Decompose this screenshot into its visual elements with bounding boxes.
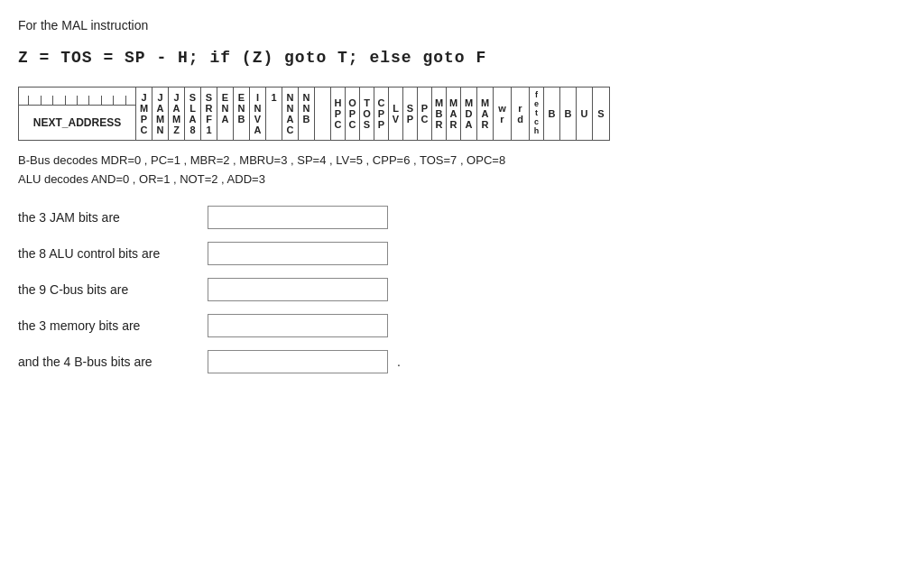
next-address-block: NEXT_ADDRESS	[19, 88, 136, 140]
mem-bits-label: the 3 memory bits are	[18, 318, 199, 333]
cell-bbus3: U	[577, 88, 593, 140]
cbus-bits-label: the 9 C-bus bits are	[18, 282, 199, 297]
cell-bbus4: S	[593, 88, 609, 140]
bbus-bits-row: and the 4 B-bus bits are .	[18, 350, 906, 373]
mem-bits-input[interactable]	[208, 314, 388, 337]
cell-mar: MAR	[447, 88, 461, 140]
cell-mm1: MDA	[461, 88, 477, 140]
alu-bits-input[interactable]	[208, 242, 388, 265]
jam-bits-input[interactable]	[208, 206, 388, 229]
jam-bits-row: the 3 JAM bits are	[18, 206, 906, 229]
cell-pc-c: PC	[418, 88, 432, 140]
cell-1: 1	[266, 88, 282, 140]
next-address-label: NEXT_ADDRESS	[19, 106, 135, 140]
answer-form: the 3 JAM bits are the 8 ALU control bit…	[18, 206, 906, 373]
cell-c-alu	[315, 88, 331, 140]
cbus-bits-input[interactable]	[208, 278, 388, 301]
cell-j3: JAMZ	[169, 88, 185, 140]
bbus-bits-label: and the 4 B-bus bits are	[18, 355, 199, 369]
cell-s1: SLA8	[185, 88, 201, 140]
cell-fetch: fetch	[530, 88, 544, 140]
mem-bits-row: the 3 memory bits are	[18, 314, 906, 337]
cell-j2: JAMN	[152, 88, 169, 140]
cell-inva: INVA	[250, 88, 266, 140]
cell-n1: NNAC	[282, 88, 299, 140]
instruction-display: Z = TOS = SP - H; if (Z) goto T; else go…	[18, 49, 906, 67]
cell-rd: rd	[512, 88, 530, 140]
alu-bits-row: the 8 ALU control bits are	[18, 242, 906, 265]
cell-bbus1: B	[544, 88, 560, 140]
tick-marks	[19, 88, 135, 106]
cell-n2: NNB	[299, 88, 315, 140]
cell-bbus2: B	[560, 88, 577, 140]
cell-s2: SRF1	[201, 88, 217, 140]
cell-tos-c: TOS	[360, 88, 374, 140]
cell-o: OPC	[346, 88, 360, 140]
cbus-bits-row: the 9 C-bus bits are	[18, 278, 906, 301]
cell-mbr: MBR	[432, 88, 447, 140]
cell-j1: JMPC	[136, 88, 152, 140]
bbus-bits-input[interactable]	[208, 350, 388, 373]
bbus-bits-suffix: .	[397, 355, 401, 369]
cell-e2: ENB	[234, 88, 250, 140]
bbus-decode: B-Bus decodes MDR=0 , PC=1 , MBR=2 , MBR…	[18, 152, 906, 170]
cell-mm2: MAR	[477, 88, 494, 140]
cell-cpp: CPP	[374, 88, 389, 140]
microinstruction-diagram: NEXT_ADDRESS JMPC JAMN JAMZ SLA8 SRF1 EN…	[18, 87, 610, 141]
alu-bits-label: the 8 ALU control bits are	[18, 246, 199, 261]
subtitle: For the MAL instruction	[18, 18, 906, 32]
decode-info: B-Bus decodes MDR=0 , PC=1 , MBR=2 , MBR…	[18, 152, 906, 189]
jam-bits-label: the 3 JAM bits are	[18, 210, 199, 225]
alu-decode: ALU decodes AND=0 , OR=1 , NOT=2 , ADD=3	[18, 170, 906, 189]
cell-h: HPC	[331, 88, 346, 140]
cell-wr: wr	[494, 88, 512, 140]
cell-lv: LV	[389, 88, 403, 140]
cell-sp: SP	[403, 88, 418, 140]
cell-e1: ENA	[217, 88, 234, 140]
